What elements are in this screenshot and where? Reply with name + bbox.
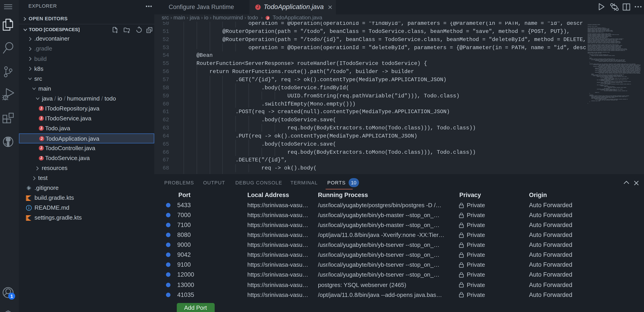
svg-text:1: 1 xyxy=(10,294,13,299)
